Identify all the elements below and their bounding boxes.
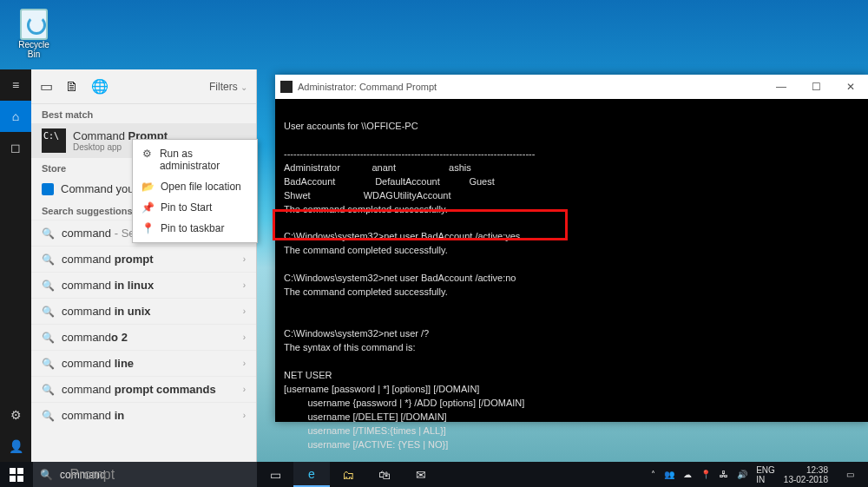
ctx-pin-to-taskbar[interactable]: 📍Pin to taskbar: [133, 218, 257, 239]
mail-app-icon[interactable]: ✉: [403, 462, 439, 487]
documents-scope-icon[interactable]: 🗎: [65, 79, 79, 95]
gear-icon[interactable]: ⚙: [0, 399, 31, 431]
cmd-prompt-icon: C:\: [42, 128, 66, 153]
results-topbar: ▭ 🗎 🌐 Filters ⌄: [31, 69, 256, 104]
location-icon[interactable]: 📍: [700, 470, 711, 479]
taskbar: 🔍 Prompt ▭ e 🗂 🛍 ✉ ˄ 👥 ☁ 📍 🖧 🔊 ENGIN 12:…: [0, 462, 868, 487]
chevron-right-icon: ›: [243, 306, 246, 316]
search-icon: 🔍: [42, 410, 55, 422]
folder-icon: 📂: [141, 181, 154, 193]
store-app-icon: [42, 183, 54, 195]
pin-taskbar-icon: 📍: [141, 222, 154, 234]
apps-scope-icon[interactable]: ▭: [40, 78, 53, 95]
svg-rect-3: [17, 476, 23, 482]
chevron-right-icon: ›: [243, 411, 246, 420]
taskbar-search-placeholder: Prompt: [70, 467, 115, 483]
chevron-right-icon: ›: [243, 254, 246, 264]
system-tray: ˄ 👥 ☁ 📍 🖧 🔊 ENGIN 12:3813-02-2018 ▭: [651, 462, 868, 487]
svg-rect-1: [17, 468, 23, 474]
filters-button[interactable]: Filters ⌄: [209, 81, 247, 93]
chevron-right-icon: ›: [243, 280, 246, 290]
chevron-right-icon: ›: [243, 385, 246, 394]
search-icon: 🔍: [42, 384, 55, 396]
search-results-pane: ▭ 🗎 🌐 Filters ⌄ Best match C:\ Command P…: [31, 69, 257, 462]
cmd-title-icon: [280, 81, 293, 93]
suggestion-item[interactable]: 🔍command in›: [31, 402, 256, 428]
cmd-window[interactable]: Administrator: Command Prompt — ☐ ✕ User…: [275, 75, 868, 422]
task-view-button[interactable]: ▭: [257, 462, 293, 487]
suggestion-item[interactable]: 🔍command line›: [31, 350, 256, 376]
suggestion-item[interactable]: 🔍command in unix›: [31, 298, 256, 324]
taskbar-search[interactable]: 🔍 Prompt: [33, 462, 257, 487]
chevron-right-icon: ›: [243, 332, 246, 342]
language-indicator[interactable]: ENGIN: [756, 465, 775, 484]
store-app-icon[interactable]: 🛍: [366, 462, 403, 487]
search-icon: 🔍: [42, 332, 55, 344]
ctx-open-file-location[interactable]: 📂Open file location: [133, 176, 257, 197]
cmd-body[interactable]: User accounts for \\OFFICE-PC ----------…: [275, 99, 868, 487]
svg-rect-0: [10, 468, 16, 474]
pin-icon: 📌: [141, 201, 154, 214]
action-center-icon[interactable]: ▭: [837, 462, 863, 487]
windows-icon: [10, 468, 23, 482]
search-icon: 🔍: [42, 280, 55, 292]
cmd-title-text: Administrator: Command Prompt: [298, 82, 437, 92]
suggestion-item[interactable]: 🔍command prompt›: [31, 246, 256, 272]
ctx-run-as-admin[interactable]: ⚙Run as administrator: [133, 143, 257, 176]
onedrive-icon[interactable]: ☁: [683, 470, 692, 479]
search-icon: 🔍: [40, 469, 53, 481]
edge-app-icon[interactable]: e: [293, 462, 330, 487]
minimize-button[interactable]: —: [764, 75, 799, 99]
people-icon[interactable]: 👥: [664, 470, 674, 479]
admin-icon: ⚙: [141, 148, 153, 160]
recent-icon[interactable]: ◻: [0, 132, 31, 163]
search-icon: 🔍: [42, 358, 55, 370]
start-rail: ≡ ⌂ ◻ ⚙ 👤: [0, 69, 31, 462]
web-scope-icon[interactable]: 🌐: [91, 78, 108, 95]
recycle-bin-label: Recycle Bin: [13, 40, 55, 59]
desktop: Recycle Bin ≡ ⌂ ◻ ⚙ 👤 ▭ 🗎 🌐 Filters ⌄ Be…: [0, 0, 868, 487]
home-icon[interactable]: ⌂: [0, 101, 31, 132]
start-button[interactable]: [0, 462, 33, 487]
clock[interactable]: 12:3813-02-2018: [784, 465, 828, 484]
cmd-titlebar[interactable]: Administrator: Command Prompt — ☐ ✕: [275, 75, 868, 99]
user-icon[interactable]: 👤: [0, 431, 31, 462]
search-icon: 🔍: [42, 253, 55, 266]
chevron-right-icon: ›: [243, 359, 246, 368]
highlight-box: [273, 209, 568, 240]
recycle-bin-icon: [20, 9, 48, 40]
suggestion-item[interactable]: 🔍command in linux›: [31, 272, 256, 298]
store-item-label: Command your: [61, 182, 138, 195]
best-match-header: Best match: [31, 104, 256, 123]
explorer-app-icon[interactable]: 🗂: [330, 462, 366, 487]
hamburger-icon[interactable]: ≡: [0, 69, 31, 101]
maximize-button[interactable]: ☐: [799, 75, 833, 99]
suggestion-item[interactable]: 🔍command prompt commands›: [31, 376, 256, 402]
close-button[interactable]: ✕: [833, 75, 868, 99]
svg-rect-2: [10, 476, 16, 482]
chevron-down-icon: ⌄: [240, 82, 247, 92]
suggestion-item[interactable]: 🔍commando 2›: [31, 324, 256, 350]
network-icon[interactable]: 🖧: [720, 470, 728, 479]
recycle-bin[interactable]: Recycle Bin: [13, 9, 55, 59]
tray-overflow-icon[interactable]: ˄: [651, 470, 655, 479]
volume-icon[interactable]: 🔊: [737, 470, 747, 479]
context-menu: ⚙Run as administrator 📂Open file locatio…: [132, 139, 258, 243]
ctx-pin-to-start[interactable]: 📌Pin to Start: [133, 197, 257, 218]
search-icon: 🔍: [42, 227, 55, 240]
search-icon: 🔍: [42, 306, 55, 318]
